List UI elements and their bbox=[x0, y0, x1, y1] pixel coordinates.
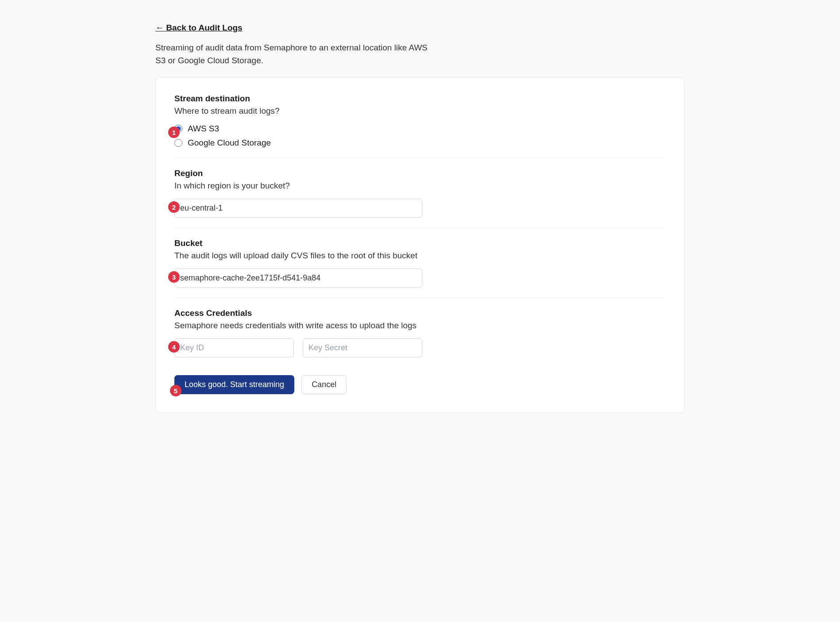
step-badge-3: 3 bbox=[168, 271, 180, 283]
divider bbox=[174, 227, 666, 228]
bucket-section: 3 Bucket The audit logs will upload dail… bbox=[174, 238, 666, 288]
region-title: Region bbox=[174, 169, 666, 178]
intro-text: Streaming of audit data from Semaphore t… bbox=[155, 42, 439, 67]
action-button-row: 5 Looks good. Start streaming Cancel bbox=[174, 375, 666, 394]
region-sub: In which region is your bucket? bbox=[174, 181, 666, 191]
divider bbox=[174, 297, 666, 298]
config-card: 1 Stream destination Where to stream aud… bbox=[155, 77, 685, 413]
key-secret-input[interactable] bbox=[303, 338, 422, 357]
stream-destination-sub: Where to stream audit logs? bbox=[174, 106, 666, 116]
bucket-title: Bucket bbox=[174, 238, 666, 248]
credentials-section: 4 Access Credentials Semaphore needs cre… bbox=[174, 308, 666, 357]
step-badge-4: 4 bbox=[168, 341, 180, 353]
key-id-input[interactable] bbox=[174, 338, 294, 357]
region-section: 2 Region In which region is your bucket? bbox=[174, 169, 666, 218]
divider bbox=[174, 157, 666, 158]
region-input[interactable] bbox=[174, 199, 422, 218]
bucket-input[interactable] bbox=[174, 269, 422, 288]
radio-google-cloud-storage[interactable] bbox=[174, 139, 182, 147]
cancel-button[interactable]: Cancel bbox=[301, 375, 347, 394]
destination-radio-group: AWS S3 Google Cloud Storage bbox=[174, 124, 666, 148]
start-streaming-button[interactable]: Looks good. Start streaming bbox=[174, 375, 294, 394]
radio-gcs-label[interactable]: Google Cloud Storage bbox=[188, 138, 271, 148]
radio-aws-s3-label[interactable]: AWS S3 bbox=[188, 124, 219, 134]
back-to-audit-logs-link[interactable]: ← Back to Audit Logs bbox=[155, 23, 243, 33]
credentials-title: Access Credentials bbox=[174, 308, 666, 318]
stream-destination-section: 1 Stream destination Where to stream aud… bbox=[174, 94, 666, 148]
audit-stream-config-page: ← Back to Audit Logs Streaming of audit … bbox=[141, 11, 699, 427]
credentials-sub: Semaphore needs credentials with write a… bbox=[174, 321, 666, 330]
stream-destination-title: Stream destination bbox=[174, 94, 666, 104]
step-badge-1: 1 bbox=[168, 127, 180, 138]
step-badge-5: 5 bbox=[170, 385, 181, 396]
bucket-sub: The audit logs will upload daily CVS fil… bbox=[174, 251, 666, 261]
step-badge-2: 2 bbox=[168, 201, 180, 213]
